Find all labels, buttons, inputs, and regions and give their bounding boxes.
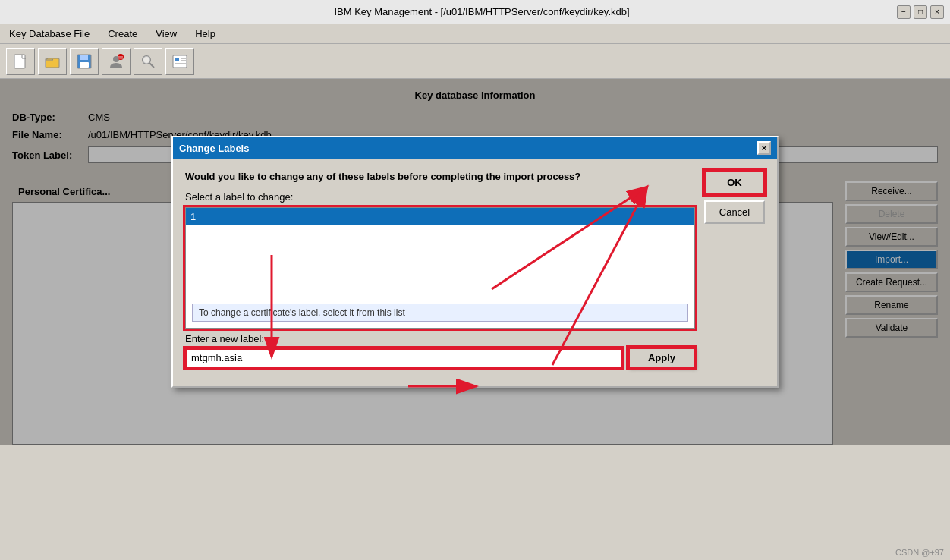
dialog-close-button[interactable]: × [757,141,771,155]
window-controls: − □ × [897,5,944,19]
change-labels-dialog: Change Labels × Would you like to change… [171,136,779,388]
minimize-button[interactable]: − [897,5,911,19]
main-area: Key database information DB-Type: CMS Fi… [0,79,950,445]
close-button[interactable]: × [930,5,944,19]
label-listbox[interactable]: 1 To change a certificate's label, selec… [185,207,695,329]
dialog-content-main: Would you like to change any of these la… [185,171,695,374]
menu-view[interactable]: View [149,27,183,41]
menu-key-database-file[interactable]: Key Database File [3,27,96,41]
svg-rect-11 [173,55,187,68]
new-label-input[interactable] [185,348,622,368]
list-item-1[interactable]: 1 [186,208,694,225]
open-button[interactable] [38,48,67,75]
dialog-title: Change Labels [179,143,249,154]
dialog-content-row: Would you like to change any of these la… [185,171,765,374]
apply-button[interactable]: Apply [628,348,695,368]
select-label: Select a label to change: [185,191,695,203]
new-label-row: Apply [185,348,695,368]
svg-rect-3 [80,55,88,60]
new-label-label: Enter a new label: [185,333,695,344]
new-file-button[interactable] [6,48,35,75]
toolbar: !!! [0,44,950,79]
svg-text:!!!: !!! [118,55,123,60]
title-bar: IBM Key Management - [/u01/IBM/HTTPServe… [0,0,950,24]
menu-create[interactable]: Create [102,27,143,41]
cancel-button[interactable]: Cancel [704,200,765,224]
user-button[interactable]: !!! [102,48,131,75]
menu-bar: Key Database File Create View Help [0,24,950,44]
svg-line-10 [149,63,154,68]
window-title: IBM Key Management - [/u01/IBM/HTTPServe… [67,6,897,17]
modal-overlay: Change Labels × Would you like to change… [0,79,950,445]
save-button[interactable] [70,48,99,75]
dialog-question: Would you like to change any of these la… [185,171,695,182]
watermark: CSDN @+97 [895,548,944,557]
restore-button[interactable]: □ [914,5,927,19]
dialog-buttons-column: OK Cancel [704,171,765,224]
svg-rect-12 [175,58,179,61]
svg-rect-0 [14,55,25,68]
svg-rect-4 [80,62,89,68]
list-button[interactable] [165,48,194,75]
dialog-body: Would you like to change any of these la… [173,159,777,386]
dialog-title-bar: Change Labels × [173,137,777,159]
svg-point-9 [143,56,150,64]
find-button[interactable] [134,48,162,75]
menu-help[interactable]: Help [189,27,222,41]
listbox-hint: To change a certificate's label, select … [192,304,688,322]
ok-button[interactable]: OK [704,171,765,194]
